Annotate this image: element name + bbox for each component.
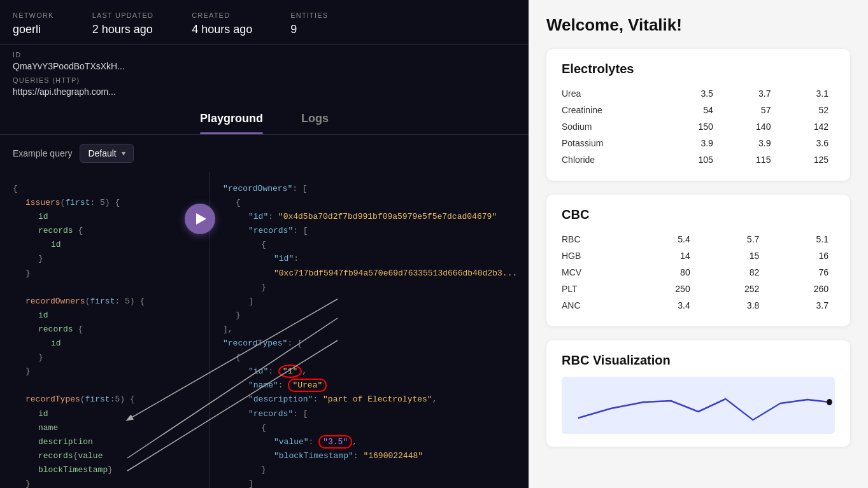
code-line: id <box>13 309 197 323</box>
code-line: } <box>13 252 197 266</box>
rbc-chart-title: RBC Visualization <box>562 353 835 368</box>
left-panel: NETWORK goerli LAST UPDATED 2 hours ago … <box>0 0 529 488</box>
entities-col: ENTITIES 9 <box>290 11 328 36</box>
header-row: NETWORK goerli LAST UPDATED 2 hours ago … <box>0 0 529 45</box>
code-right-panel: "recordOwners": [ { "id": "0x4d5ba70d2f7… <box>210 172 529 488</box>
electrolytes-table: Urea3.53.73.1Creatinine545752Sodium15014… <box>562 85 835 168</box>
cbc-card: CBC RBC5.45.75.1HGB141516MCV808276PLT250… <box>546 195 850 326</box>
table-row: Urea3.53.73.1 <box>562 85 835 102</box>
code-line: { <box>223 238 516 252</box>
code-line: id <box>13 337 197 351</box>
created-col: CREATED 4 hours ago <box>192 11 252 36</box>
last-updated-col: LAST UPDATED 2 hours ago <box>92 11 154 36</box>
electrolytes-card: Electrolytes Urea3.53.73.1Creatinine5457… <box>546 49 850 181</box>
created-value: 4 hours ago <box>192 23 252 36</box>
code-line: records { <box>13 224 197 238</box>
created-label: CREATED <box>192 11 252 19</box>
id-section: ID QmaYvY3PoodBoTXsXkH... QUERIES (HTTP)… <box>0 45 529 102</box>
tab-playground[interactable]: Playground <box>200 112 263 134</box>
rbc-chart-section: RBC Visualization <box>546 340 850 447</box>
code-line: id <box>13 210 197 224</box>
code-line: } <box>13 351 197 365</box>
code-line: ] <box>223 295 516 309</box>
code-line: "description": "part of Electrolytes", <box>223 393 516 407</box>
table-row: Creatinine545752 <box>562 102 835 118</box>
code-area: { issuers(first: 5) { id records { id } … <box>0 172 529 488</box>
code-line: { <box>13 182 197 196</box>
queries-label: QUERIES (HTTP) <box>13 76 516 84</box>
table-row: PLT250252260 <box>562 281 835 297</box>
code-line: recordTypes(first:5) { <box>13 393 197 407</box>
tabs-row: Playground Logs <box>0 102 529 135</box>
last-updated-value: 2 hours ago <box>92 23 154 36</box>
code-line: "records": [ <box>223 224 516 238</box>
example-query-label: Example query <box>13 148 72 158</box>
code-line: id <box>13 407 197 421</box>
network-label: NETWORK <box>13 11 54 19</box>
code-line: recordOwners(first: 5) { <box>13 295 197 309</box>
rbc-chart-svg <box>562 377 835 434</box>
code-line: "records": [ <box>223 407 516 421</box>
code-line: "recordTypes": [ <box>223 337 516 351</box>
code-line: id <box>13 238 197 252</box>
code-line: ], <box>223 323 516 337</box>
welcome-title: Welcome, Vitalik! <box>546 15 850 35</box>
table-row: Sodium150140142 <box>562 118 835 135</box>
queries-value: https://api.thegraph.com... <box>13 87 516 97</box>
right-panel: Welcome, Vitalik! Electrolytes Urea3.53.… <box>529 0 868 488</box>
code-line: "name": "Urea" <box>223 379 516 393</box>
tab-logs[interactable]: Logs <box>301 112 329 134</box>
code-line: } <box>223 309 516 323</box>
dropdown-label: Default <box>88 148 116 158</box>
play-icon <box>196 213 206 225</box>
electrolytes-title: Electrolytes <box>562 62 835 76</box>
code-line: } <box>223 463 516 477</box>
id-label: ID <box>13 51 516 59</box>
table-row: RBC5.45.75.1 <box>562 231 835 247</box>
code-line: "recordOwners": [ <box>223 182 516 196</box>
code-line: records { <box>13 323 197 337</box>
code-line: } <box>13 267 197 281</box>
table-row: HGB141516 <box>562 247 835 264</box>
code-line: { <box>223 421 516 435</box>
chevron-down-icon: ▾ <box>122 149 125 158</box>
code-line: "blockTimestamp": "1690022448" <box>223 449 516 463</box>
code-spacer <box>13 281 197 295</box>
code-line: records{value <box>13 449 197 463</box>
network-value: goerli <box>13 23 54 36</box>
play-button[interactable] <box>185 204 215 234</box>
table-row: ANC3.43.83.7 <box>562 297 835 314</box>
code-line: } <box>13 365 197 379</box>
chart-endpoint <box>827 399 832 405</box>
entities-value: 9 <box>290 23 328 36</box>
code-line: name <box>13 421 197 435</box>
cbc-title: CBC <box>562 207 835 222</box>
query-bar: Example query Default ▾ <box>0 135 529 172</box>
code-line: } <box>223 281 516 295</box>
code-line: } <box>13 477 197 488</box>
table-row: Potassium3.93.93.6 <box>562 135 835 151</box>
id-value: QmaYvY3PoodBoTXsXkH... <box>13 61 516 71</box>
code-left-panel: { issuers(first: 5) { id records { id } … <box>0 172 210 488</box>
code-line: { <box>223 351 516 365</box>
table-row: Chloride105115125 <box>562 151 835 168</box>
query-dropdown[interactable]: Default ▾ <box>80 144 133 163</box>
entities-label: ENTITIES <box>290 11 328 19</box>
code-line: "id": "0xc717bdf5947fb94a570e69d76335513… <box>223 252 516 280</box>
code-line: "value": "3.5", <box>223 435 516 449</box>
last-updated-label: LAST UPDATED <box>92 11 154 19</box>
code-line: ] <box>223 477 516 488</box>
code-line: "id": "1", <box>223 365 516 379</box>
rbc-chart-area <box>562 377 835 434</box>
code-line: issuers(first: 5) { <box>13 196 197 210</box>
code-line: description <box>13 435 197 449</box>
cbc-table: RBC5.45.75.1HGB141516MCV808276PLT2502522… <box>562 231 835 314</box>
network-col: NETWORK goerli <box>13 11 54 36</box>
code-line: blockTimestamp} <box>13 463 197 477</box>
code-spacer <box>13 379 197 393</box>
code-line: "id": "0x4d5ba70d2f7bd991bf09a5979e5f5e7… <box>223 210 516 224</box>
code-line: { <box>223 196 516 210</box>
table-row: MCV808276 <box>562 264 835 281</box>
